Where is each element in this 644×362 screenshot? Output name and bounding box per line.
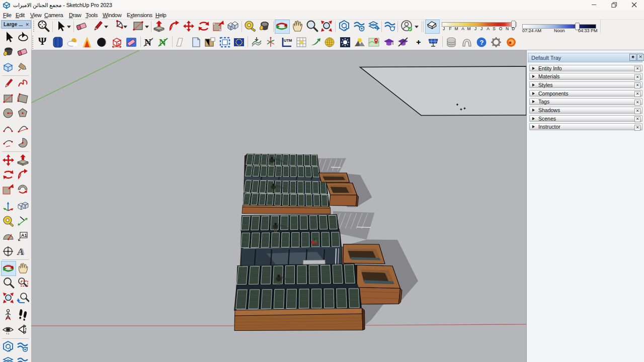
svg-text:UTM: UTM (284, 38, 292, 43)
svg-text:A: A (18, 247, 26, 256)
svg-text:D: D (118, 43, 120, 46)
svg-text:A1: A1 (21, 233, 27, 238)
svg-text:?: ? (480, 39, 484, 46)
